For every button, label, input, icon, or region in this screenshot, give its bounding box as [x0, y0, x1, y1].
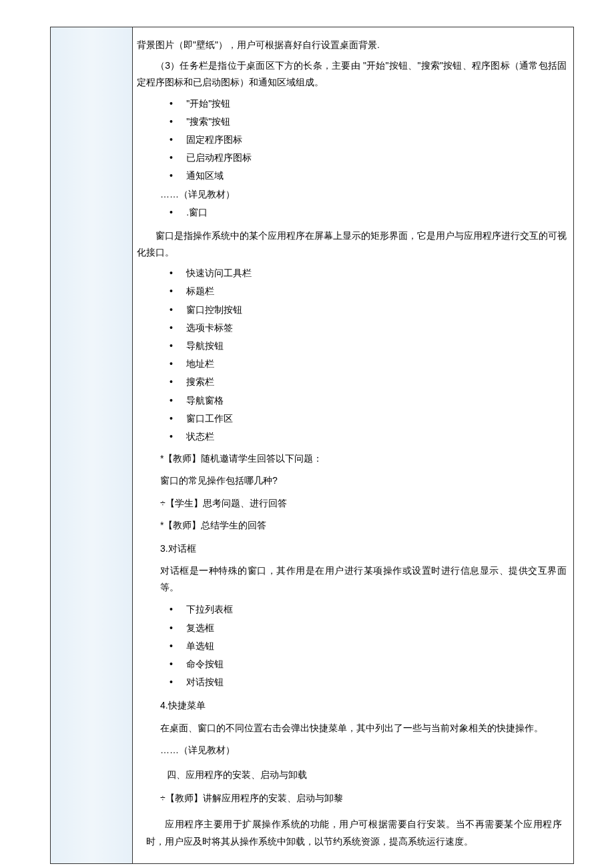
dialog-item: 复选框	[170, 620, 567, 636]
list2-item: 地址栏	[170, 356, 567, 372]
dialog-item: 对话按钮	[170, 674, 567, 691]
dialog-heading: 3.对话框	[160, 540, 567, 557]
menu-heading: 4.快捷菜单	[160, 697, 567, 714]
bg-image-text: 背景图片（即"壁纸"），用户可根据喜好自行设置桌面背景.	[137, 37, 567, 53]
section4-heading: 四、应用程序的安装、启动与卸载	[167, 767, 567, 783]
list2-item: 选项卡标签	[170, 320, 567, 336]
list2-item: 导航窗格	[170, 392, 567, 409]
teacher-prompt-1: *【教师】随机邀请学生回答以下问题：	[160, 450, 567, 467]
list2-item: 窗口控制按钮	[170, 302, 567, 318]
list2-item: 快速访问工具栏	[170, 265, 567, 282]
list2-item: 窗口工作区	[170, 410, 567, 427]
ellipsis-1: ……（详见教材）	[160, 186, 567, 203]
list1-item: "搜索"按钮	[170, 113, 567, 130]
student-action: ÷【学生】思考问题、进行回答	[160, 495, 567, 512]
list2-item: 标题栏	[170, 283, 567, 300]
dialog-item: 单选钮	[170, 638, 567, 655]
question-text: 窗口的常见操作包括哪几种?	[160, 472, 567, 489]
section4-para: 应用程序主要用于扩展操作系统的功能，用户可根据需要自行安装。当不再需要某个应用程…	[146, 816, 562, 849]
right-column: 背景图片（即"壁纸"），用户可根据喜好自行设置桌面背景. （3）任务栏是指位于桌…	[133, 27, 574, 864]
list1-item: "开始"按钮	[170, 95, 567, 112]
dialog-item: 命令按钮	[170, 656, 567, 673]
list1-item: 固定程序图标	[170, 131, 567, 148]
content-table: 背景图片（即"壁纸"），用户可根据喜好自行设置桌面背景. （3）任务栏是指位于桌…	[50, 27, 574, 864]
menu-ellipsis: ……（详见教材）	[160, 742, 567, 759]
list2-item: 导航按钮	[170, 338, 567, 354]
section4-teacher: ÷【教师】讲解应用程序的安装、启动与卸黎	[160, 790, 567, 807]
list1-item: 通知区域	[170, 167, 567, 184]
dialog-desc: 对话框是一种特殊的窗口，其作用是在用户进行某项操作或设置时进行信息显示、提供交互…	[160, 562, 567, 596]
window-bullet: .窗口	[170, 204, 567, 221]
window-desc: 窗口是指操作系统中的某个应用程序在屏幕上显示的矩形界面，它是用户与应用程序进行交…	[137, 228, 567, 261]
teacher-suffix: 黎	[334, 793, 343, 803]
list1-item: 已启动程序图标	[170, 149, 567, 166]
menu-desc: 在桌面、窗口的不同位置右击会弹出快捷菜单，其中列出了一些与当前对象相关的快捷操作…	[160, 720, 567, 737]
teacher-summary: *【教师】总结学生的回答	[160, 517, 567, 534]
list2-item: 搜索栏	[170, 374, 567, 390]
list2-item: 状态栏	[170, 428, 567, 445]
taskbar-text: （3）任务栏是指位于桌面区下方的长条，主要由 "开始"按钮、"搜索"按钮、程序图…	[137, 57, 567, 91]
dialog-item: 下拉列表框	[170, 601, 567, 618]
teacher-text: ÷【教师】讲解应用程序的安装、启动与卸	[160, 793, 334, 803]
left-column	[51, 27, 133, 864]
